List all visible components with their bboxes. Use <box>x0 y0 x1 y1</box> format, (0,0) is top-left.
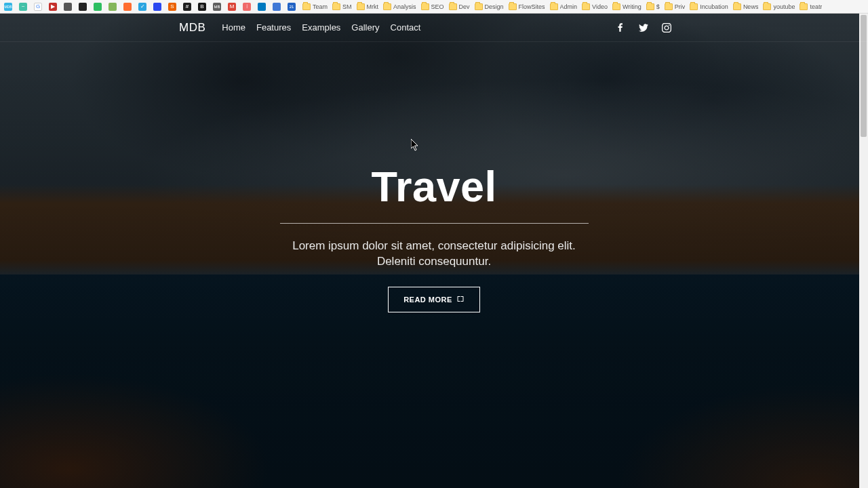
bookmark-favicon <box>153 3 161 11</box>
nav-link-examples[interactable]: Examples <box>300 20 342 35</box>
folder-icon <box>332 3 340 10</box>
bookmark-label: Writing <box>623 3 642 10</box>
bookmark-favicon: S <box>168 3 176 11</box>
bookmark-item[interactable]: ~ <box>18 2 31 12</box>
bookmark-item[interactable] <box>152 2 165 12</box>
folder-icon <box>733 3 741 10</box>
folder-icon <box>646 3 654 10</box>
bookmark-favicon <box>123 3 132 11</box>
bookmark-item[interactable] <box>256 2 269 12</box>
bookmark-label: Analysis <box>393 3 416 10</box>
bookmark-label: Admin <box>560 3 578 10</box>
bookmark-label: Video <box>592 3 608 10</box>
folder-icon <box>475 3 483 10</box>
bookmark-label: $ <box>656 3 660 10</box>
bookmark-favicon: M <box>228 3 236 11</box>
folder-icon <box>302 3 311 10</box>
bookmark-folder[interactable]: $ <box>645 3 661 11</box>
bookmark-item[interactable] <box>62 2 75 12</box>
nav-social-group <box>616 23 671 33</box>
bookmark-folder[interactable]: Admin <box>549 3 579 11</box>
page-viewport: MDB Home Features Examples Gallery Conta… <box>0 14 868 488</box>
bookmark-label: Team <box>313 3 328 10</box>
bookmark-label: FlowSites <box>519 3 545 10</box>
bookmark-folder[interactable]: SM <box>331 3 353 11</box>
bookmark-favicon: B <box>198 3 206 11</box>
bookmark-item[interactable]: M <box>226 2 239 12</box>
folder-icon <box>449 3 457 10</box>
folder-icon <box>383 3 391 10</box>
bookmark-folder[interactable]: News <box>732 3 760 11</box>
read-more-button[interactable]: READ MORE <box>388 287 480 312</box>
bookmark-item[interactable]: G <box>33 2 45 12</box>
bookmark-label: Design <box>485 3 504 10</box>
bookmark-favicon <box>273 3 281 11</box>
bookmark-item[interactable]: ⁝ <box>241 2 254 12</box>
hero-lead: Lorem ipsum dolor sit amet, consectetur … <box>278 239 590 270</box>
folder-icon <box>421 3 429 10</box>
bookmark-label: SM <box>342 3 352 10</box>
bookmark-folder[interactable]: Dev <box>448 3 471 11</box>
bookmark-folder[interactable]: SEO <box>420 3 446 11</box>
bookmark-item[interactable]: MB <box>212 2 224 12</box>
bookmark-item[interactable] <box>92 2 105 12</box>
folder-icon <box>357 3 365 10</box>
bookmark-label: Mrkt <box>367 3 379 10</box>
bookmark-favicon: MDB <box>4 3 12 11</box>
nav-link-contact[interactable]: Contact <box>389 20 422 35</box>
instagram-icon[interactable] <box>662 23 671 33</box>
bookmark-folder[interactable]: teatr <box>798 3 823 11</box>
bookmark-label: SEO <box>431 3 444 10</box>
twitter-icon[interactable] <box>639 23 648 33</box>
bookmark-folder[interactable]: Design <box>473 3 505 11</box>
folder-icon <box>665 3 673 10</box>
folder-icon <box>763 3 771 10</box>
bookmark-folder[interactable]: FlowSites <box>507 3 547 11</box>
bookmark-folder[interactable]: Team <box>301 3 329 11</box>
bookmark-favicon: ⁝ <box>243 3 251 11</box>
bookmark-label: Incubation <box>700 3 728 10</box>
bookmark-folder[interactable]: Mrkt <box>355 3 380 11</box>
hero-title: Travel <box>371 162 496 211</box>
bookmark-favicon: # <box>183 3 191 11</box>
book-icon <box>456 295 465 304</box>
read-more-label: READ MORE <box>403 296 452 304</box>
bookmark-item[interactable] <box>122 2 135 12</box>
facebook-icon[interactable] <box>616 23 625 33</box>
bookmark-folder[interactable]: youtube <box>762 3 796 11</box>
bookmark-item[interactable]: ✓ <box>137 2 150 12</box>
folder-icon <box>509 3 517 10</box>
bookmark-folder[interactable]: Video <box>580 3 609 11</box>
nav-link-features[interactable]: Features <box>255 20 292 35</box>
browser-bookmarks-bar: MDB ~ G ▶ ✓ S # B MB M ⁝ 21 Team SM Mrkt… <box>0 0 868 14</box>
bookmark-item[interactable] <box>77 2 90 12</box>
bookmark-item[interactable]: # <box>182 2 195 12</box>
nav-link-home[interactable]: Home <box>220 20 247 35</box>
bookmark-favicon <box>108 3 117 11</box>
bookmark-favicon: MB <box>213 3 221 11</box>
bookmark-folder[interactable]: Analysis <box>382 3 418 11</box>
bookmark-item[interactable]: S <box>167 2 180 12</box>
bookmark-folder[interactable]: Incubation <box>688 3 730 11</box>
main-navbar: MDB Home Features Examples Gallery Conta… <box>0 14 868 42</box>
bookmark-folder[interactable]: Writing <box>611 3 643 11</box>
bookmark-item[interactable]: 21 <box>286 2 299 12</box>
bookmark-favicon <box>258 3 266 11</box>
bookmark-item[interactable]: B <box>197 2 210 12</box>
bookmark-item[interactable]: MDB <box>3 2 16 12</box>
bookmark-favicon <box>94 3 102 11</box>
bookmark-favicon <box>64 3 72 11</box>
hero-section: Travel Lorem ipsum dolor sit amet, conse… <box>0 14 868 488</box>
bookmark-favicon: ▶ <box>49 3 57 11</box>
bookmark-folder[interactable]: Priv <box>663 3 687 11</box>
bookmark-favicon: 21 <box>288 3 296 11</box>
bookmark-favicon: ✓ <box>138 3 146 11</box>
bookmark-item[interactable] <box>271 2 284 12</box>
bookmark-item[interactable]: ▶ <box>47 2 60 12</box>
brand-logo[interactable]: MDB <box>179 21 205 35</box>
bookmark-favicon: G <box>34 3 42 11</box>
bookmark-favicon: ~ <box>19 3 27 11</box>
nav-link-gallery[interactable]: Gallery <box>350 20 380 35</box>
bookmark-label: Priv <box>675 3 686 10</box>
bookmark-item[interactable] <box>107 2 120 12</box>
